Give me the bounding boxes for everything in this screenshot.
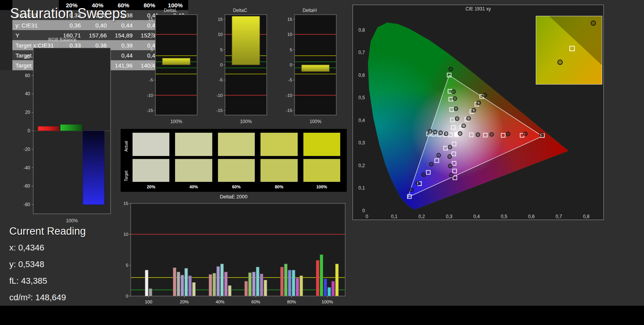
- tick-label: 10: [218, 32, 223, 37]
- current-reading-panel: Current Reading x: 0,4346 y: 0,5348 fL: …: [9, 225, 86, 309]
- delta-l-title: DeltaL: [141, 8, 199, 13]
- cie-inset-points: [536, 16, 603, 85]
- measurement-circle: [454, 107, 458, 111]
- tick-label: 0: [362, 208, 365, 213]
- measurement-circle: [467, 117, 470, 120]
- x-axis-label: 100%: [310, 119, 322, 124]
- delta-e-bar: [213, 273, 216, 296]
- cie-diagram-panel: CIE 1931 xy 00,10,20,30,40,50,60,70,800,…: [353, 5, 604, 220]
- target-square: [570, 46, 574, 51]
- green-bar: [60, 124, 82, 131]
- swatch-col-label: 40%: [175, 183, 212, 191]
- tick-label: -5: [219, 78, 223, 82]
- tick-label: 5: [290, 47, 292, 52]
- actual-swatch-80%: [260, 132, 298, 156]
- target-swatch-20%: [132, 159, 170, 183]
- delta-e-bar: [280, 267, 283, 296]
- swatch-col-label: 60%: [218, 183, 255, 191]
- tick-label: 0: [151, 63, 153, 67]
- delta-e-bar: [260, 274, 263, 296]
- tick-label: 10: [148, 32, 153, 37]
- delta-e-bar: [245, 281, 248, 296]
- measurement-circle: [448, 145, 452, 149]
- measurement-circle: [444, 132, 448, 135]
- tick-label: 0: [220, 63, 223, 67]
- delta-e-bar: [324, 279, 327, 296]
- delta-bar: [232, 16, 260, 65]
- delta-c-chart: DeltaC 151050-5-10-15100%: [211, 8, 269, 128]
- tick-label: 0,7: [358, 50, 365, 55]
- swatch-grid: 20%40%60%80%100%: [130, 131, 343, 191]
- table-row-corner: [0, 40, 12, 50]
- delta-e-bar: [216, 266, 220, 296]
- measurement-circle: [416, 181, 419, 185]
- measurement-circle: [448, 164, 452, 168]
- table-cell: 141,96: [111, 60, 136, 70]
- cie-title: CIE 1931 xy: [353, 6, 603, 12]
- actual-swatch-row: [130, 131, 343, 157]
- delta-e-title: DeltaE 2000: [121, 194, 347, 200]
- delta-c-plot: 151050-5-10-15100%: [211, 13, 269, 127]
- measurement-circle: [462, 124, 465, 128]
- tick-label: 0,5: [501, 214, 507, 219]
- delta-e-bar: [288, 270, 291, 296]
- swatch-col-label: 80%: [260, 183, 298, 191]
- delta-e-bar: [316, 260, 319, 296]
- tick-label: 0: [290, 63, 292, 67]
- delta-e-plot: 15105010020%40%60%80%100%: [121, 200, 347, 305]
- delta-h-title: DeltaH: [281, 8, 339, 13]
- tick-label: -15: [216, 108, 223, 113]
- target-swatch-80%: [260, 159, 298, 183]
- measurement-circle: [591, 21, 596, 25]
- x-axis-label: 100: [145, 300, 152, 304]
- actual-row-label: Actual: [122, 131, 130, 161]
- delta-e-bar: [228, 286, 231, 296]
- tick-label: 80: [25, 54, 31, 60]
- measurement-circle: [477, 101, 480, 105]
- actual-swatch-40%: [175, 132, 212, 156]
- measurement-circle: [439, 131, 443, 135]
- actual-swatch-60%: [218, 132, 255, 156]
- tick-label: 0,3: [358, 140, 365, 146]
- measurement-circle: [437, 153, 441, 157]
- delta-e-bar: [292, 270, 295, 296]
- tick-label: 0,6: [358, 73, 365, 78]
- tick-label: -40: [24, 165, 31, 171]
- tick-label: 15: [148, 17, 153, 22]
- delta-e-bar: [193, 283, 196, 296]
- tick-label: 60: [25, 73, 31, 78]
- delta-e-bar: [224, 272, 227, 296]
- table-cell: 0,44: [111, 50, 136, 60]
- delta-bar: [162, 58, 190, 65]
- table-cell: 0,38: [111, 40, 136, 50]
- tick-label: -20: [24, 147, 31, 152]
- delta-e-bar: [256, 267, 259, 296]
- measurement-circle: [429, 162, 433, 166]
- tick-label: 5: [151, 47, 153, 52]
- actual-swatch-100%: [303, 132, 341, 156]
- tick-label: 10: [123, 232, 128, 237]
- tick-label: 0,1: [391, 214, 398, 219]
- swatch-col-label: 100%: [303, 183, 341, 191]
- measurement-circle: [451, 90, 455, 94]
- table-row-corner: [0, 30, 12, 40]
- rgb-balance-chart: RGB Balance 806040200-20-40-60-80100%: [12, 37, 113, 227]
- delta-e-bar: [336, 264, 339, 296]
- tick-label: 40: [25, 91, 31, 96]
- delta-e-bar: [173, 267, 176, 296]
- delta-c-title: DeltaC: [211, 8, 269, 13]
- measurement-circle: [433, 130, 437, 134]
- tick-label: 0: [126, 294, 128, 298]
- measurement-circle: [410, 188, 414, 192]
- delta-e-chart: DeltaE 2000 15105010020%40%60%80%100%: [121, 194, 347, 305]
- blue-bar: [83, 131, 104, 205]
- tick-label: 0: [366, 214, 368, 219]
- tick-label: 0,6: [528, 214, 535, 219]
- current-reading-y: y: 0,5348: [9, 259, 86, 269]
- delta-h-chart: DeltaH 151050-5-10-15100%: [281, 8, 339, 128]
- tick-label: 0,7: [555, 214, 562, 219]
- x-axis-label: 40%: [216, 300, 225, 304]
- delta-e-bar: [332, 281, 335, 296]
- delta-e-bar: [185, 268, 188, 296]
- measurement-circle: [455, 117, 459, 120]
